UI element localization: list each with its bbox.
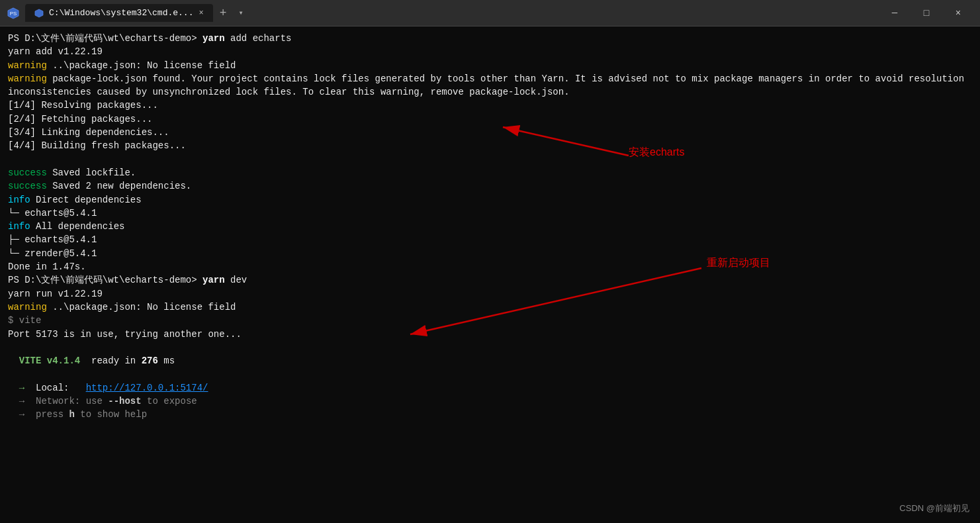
terminal-line: └─ echarts@5.4.1 — [8, 207, 972, 220]
maximize-button[interactable]: □ — [911, 3, 942, 24]
tab-title: C:\Windows\system32\cmd.e... — [49, 8, 193, 18]
terminal-line: $ vite — [8, 314, 972, 327]
svg-marker-2 — [35, 9, 43, 17]
titlebar: PS C:\Windows\system32\cmd.e... × + ▾ ─ … — [0, 0, 980, 26]
terminal-line — [8, 153, 972, 166]
minimize-button[interactable]: ─ — [879, 3, 910, 24]
terminal-line: Port 5173 is in use, trying another one.… — [8, 328, 972, 341]
terminal-line: └─ zrender@5.4.1 — [8, 247, 972, 260]
terminal-line: info All dependencies — [8, 220, 972, 233]
help-line: → press h to show help — [8, 408, 972, 421]
tab-container: C:\Windows\system32\cmd.e... × + ▾ — [25, 4, 879, 23]
terminal-line: warning package-lock.json found. Your pr… — [8, 72, 972, 99]
window-controls: ─ □ × — [879, 3, 973, 24]
svg-text:PS: PS — [10, 11, 17, 17]
tab-close-button[interactable]: × — [199, 9, 203, 18]
active-tab[interactable]: C:\Windows\system32\cmd.e... × — [25, 4, 213, 22]
terminal-line — [8, 341, 972, 354]
close-button[interactable]: × — [943, 3, 973, 24]
terminal-line: yarn run v1.22.19 — [8, 287, 972, 301]
terminal-line: info Direct dependencies — [8, 193, 972, 207]
local-line: → Local: http://127.0.0.1:5174/ — [8, 381, 972, 395]
terminal-line: [4/4] Building fresh packages... — [8, 139, 972, 152]
terminal-line: yarn add v1.22.19 — [8, 45, 972, 58]
terminal-line: Done in 1.47s. — [8, 260, 972, 273]
terminal-line — [8, 367, 972, 381]
terminal-line: warning ..\package.json: No license fiel… — [8, 301, 972, 314]
app-icon: PS — [7, 7, 20, 20]
terminal-line: PS D:\文件\前端代码\wt\echarts-demo> yarn dev — [8, 273, 972, 287]
terminal-line: PS D:\文件\前端代码\wt\echarts-demo> yarn add … — [8, 32, 972, 45]
vite-ready-line: VITE v4.1.4 ready in 276 ms — [8, 354, 972, 367]
terminal-line: [2/4] Fetching packages... — [8, 113, 972, 126]
terminal-line: warning ..\package.json: No license fiel… — [8, 59, 972, 72]
terminal-line: success Saved lockfile. — [8, 166, 972, 179]
watermark: CSDN @前端初见 — [899, 502, 969, 515]
new-tab-button[interactable]: + — [213, 4, 234, 23]
terminal-line: [3/4] Linking dependencies... — [8, 126, 972, 139]
terminal-line: [1/4] Resolving packages... — [8, 99, 972, 112]
terminal-line: success Saved 2 new dependencies. — [8, 179, 972, 193]
tab-dropdown-button[interactable]: ▾ — [233, 5, 248, 21]
network-line: → Network: use --host to expose — [8, 395, 972, 408]
terminal-line: ├─ echarts@5.4.1 — [8, 233, 972, 246]
tab-icon — [34, 9, 44, 18]
terminal-body: PS D:\文件\前端代码\wt\echarts-demo> yarn add … — [0, 26, 980, 523]
